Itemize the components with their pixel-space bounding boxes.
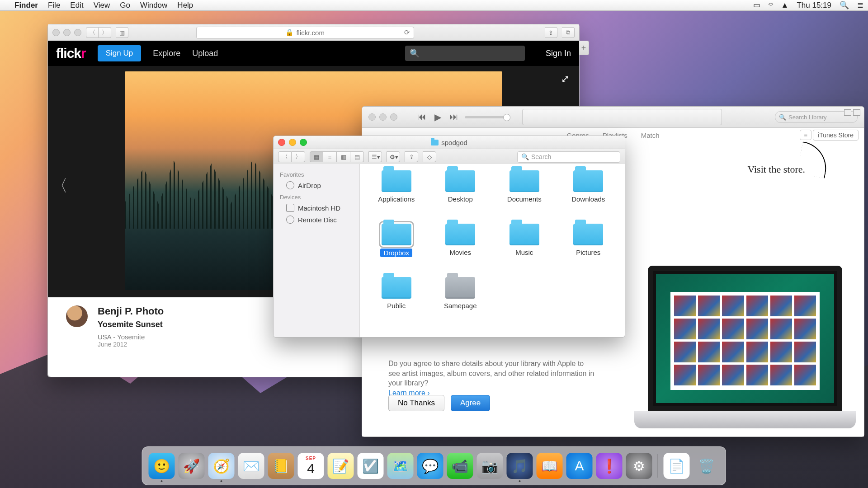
itunes-agree-button[interactable]: Agree bbox=[451, 395, 490, 411]
volume-slider[interactable] bbox=[465, 116, 508, 118]
finder-arrange-button[interactable]: ☰▾ bbox=[368, 151, 382, 162]
finder-back-button[interactable]: 〈 bbox=[278, 151, 292, 162]
folder-pictures[interactable]: Pictures bbox=[573, 224, 603, 277]
dock-finder-icon[interactable]: 🙂 bbox=[149, 453, 175, 479]
volume-icon[interactable]: ▲ bbox=[781, 1, 789, 10]
folder-public[interactable]: Public bbox=[382, 277, 411, 330]
finder-view-columns-button[interactable]: ▥ bbox=[337, 151, 350, 162]
dock-contacts-icon[interactable]: 📒 bbox=[268, 453, 294, 479]
flickr-signin-link[interactable]: Sign In bbox=[546, 49, 571, 58]
photo-author[interactable]: Benji P. Photo bbox=[98, 305, 164, 317]
safari-minimize-button[interactable] bbox=[63, 29, 71, 36]
dock-trash-icon[interactable]: 🗑️ bbox=[693, 453, 720, 479]
flickr-nav-explore[interactable]: Explore bbox=[153, 49, 180, 58]
author-avatar[interactable] bbox=[66, 305, 88, 327]
dock-notes-icon[interactable]: 📝 bbox=[328, 453, 354, 479]
wifi-icon[interactable]: ⌔ bbox=[769, 1, 773, 10]
folder-documents[interactable]: Documents bbox=[507, 170, 542, 224]
finder-view-coverflow-button[interactable]: ▤ bbox=[350, 151, 364, 162]
safari-new-tab-button[interactable]: + bbox=[579, 41, 589, 55]
finder-window: spodgod 〈 〉 ▦ ≡ ▥ ▤ ☰▾ ⚙▾ ⇪ ◇ 🔍 Search F… bbox=[273, 136, 625, 338]
folder-downloads[interactable]: Downloads bbox=[571, 170, 605, 224]
finder-search-input[interactable]: 🔍 Search bbox=[517, 151, 620, 163]
expand-icon[interactable]: ⤢ bbox=[561, 73, 569, 85]
sidebar-item-macintosh-hd[interactable]: Macintosh HD bbox=[274, 202, 359, 214]
dock-launchpad-icon[interactable]: 🚀 bbox=[179, 453, 205, 479]
folder-applications[interactable]: Applications bbox=[378, 170, 415, 224]
safari-address-bar[interactable]: 🔒 flickr.com ⟳ bbox=[196, 27, 414, 39]
itunes-store-button[interactable]: iTunes Store bbox=[813, 130, 859, 141]
menu-edit[interactable]: Edit bbox=[70, 1, 83, 10]
folder-music[interactable]: Music bbox=[509, 224, 539, 277]
flickr-nav-upload[interactable]: Upload bbox=[192, 49, 218, 58]
itunes-fullscreen-button[interactable] bbox=[853, 109, 860, 116]
rewind-icon[interactable]: ⏮ bbox=[417, 112, 426, 122]
menu-file[interactable]: File bbox=[48, 1, 60, 10]
finder-action-button[interactable]: ⚙▾ bbox=[387, 151, 400, 162]
dock-document-icon[interactable]: 📄 bbox=[664, 453, 690, 479]
dock-photobooth-icon[interactable]: 📷 bbox=[477, 453, 503, 479]
itunes-tab-match[interactable]: Match bbox=[641, 131, 660, 139]
safari-toolbar: 〈 〉 ▥ 🔒 flickr.com ⟳ ⇪ ⧉ bbox=[48, 24, 579, 41]
airplay-icon[interactable]: ▭ bbox=[753, 0, 760, 10]
dock-facetime-icon[interactable]: 📹 bbox=[447, 453, 473, 479]
safari-forward-button[interactable]: 〉 bbox=[99, 27, 111, 38]
dock-feedback-icon[interactable]: ❗ bbox=[596, 453, 623, 479]
dock-preferences-icon[interactable]: ⚙︎ bbox=[626, 453, 652, 479]
flickr-search-input[interactable]: 🔍 bbox=[405, 46, 525, 61]
flickr-signup-button[interactable]: Sign Up bbox=[98, 45, 141, 61]
finder-view-icons-button[interactable]: ▦ bbox=[310, 151, 323, 162]
itunes-miniplayer-button[interactable] bbox=[844, 109, 851, 116]
finder-minimize-button[interactable] bbox=[289, 139, 296, 146]
dock-ibooks-icon[interactable]: 📖 bbox=[537, 453, 563, 479]
folder-icon bbox=[382, 170, 411, 192]
menu-window[interactable]: Window bbox=[140, 1, 167, 10]
safari-zoom-button[interactable] bbox=[74, 29, 81, 36]
folder-samepage[interactable]: Samepage bbox=[444, 277, 477, 330]
finder-share-button[interactable]: ⇪ bbox=[405, 151, 418, 162]
sidebar-item-airdrop[interactable]: AirDrop bbox=[274, 179, 359, 191]
dock-reminders-icon[interactable]: ☑️ bbox=[358, 453, 384, 479]
folder-label: Samepage bbox=[444, 302, 477, 310]
safari-close-button[interactable] bbox=[52, 29, 60, 36]
finder-zoom-button[interactable] bbox=[300, 139, 307, 146]
reload-icon[interactable]: ⟳ bbox=[404, 28, 410, 37]
sidebar-item-remote-disc[interactable]: Remote Disc bbox=[274, 214, 359, 225]
menubar-clock[interactable]: Thu 15:19 bbox=[797, 1, 831, 10]
safari-sidebar-button[interactable]: ▥ bbox=[116, 27, 128, 38]
prev-photo-icon[interactable]: 〈 bbox=[52, 175, 68, 197]
folder-desktop[interactable]: Desktop bbox=[445, 170, 475, 224]
dock-mail-icon[interactable]: ✉️ bbox=[238, 453, 264, 479]
itunes-no-thanks-button[interactable]: No Thanks bbox=[388, 395, 444, 411]
finder-titlebar[interactable]: spodgod bbox=[274, 136, 625, 149]
itunes-minimize-button[interactable] bbox=[379, 113, 387, 121]
finder-close-button[interactable] bbox=[278, 139, 285, 146]
spotlight-icon[interactable]: 🔍 bbox=[840, 0, 849, 10]
dock-calendar-icon[interactable]: SEP4 bbox=[298, 453, 324, 479]
photo-location: USA - Yosemite bbox=[98, 333, 164, 341]
finder-forward-button[interactable]: 〉 bbox=[292, 151, 305, 162]
safari-share-button[interactable]: ⇪ bbox=[545, 27, 557, 38]
dock-appstore-icon[interactable]: A bbox=[566, 453, 593, 479]
safari-tabs-button[interactable]: ⧉ bbox=[562, 27, 575, 38]
folder-dropbox[interactable]: Dropbox bbox=[380, 224, 412, 277]
folder-movies[interactable]: Movies bbox=[445, 224, 475, 277]
itunes-close-button[interactable] bbox=[368, 113, 376, 121]
finder-tags-button[interactable]: ◇ bbox=[423, 151, 436, 162]
dock-maps-icon[interactable]: 🗺️ bbox=[387, 453, 414, 479]
menu-go[interactable]: Go bbox=[120, 1, 130, 10]
finder-view-list-button[interactable]: ≡ bbox=[323, 151, 337, 162]
menu-view[interactable]: View bbox=[94, 1, 110, 10]
dock-safari-icon[interactable]: 🧭 bbox=[208, 453, 235, 479]
dock-itunes-icon[interactable]: 🎵 bbox=[507, 453, 533, 479]
menu-help[interactable]: Help bbox=[177, 1, 193, 10]
notification-center-icon[interactable]: ≣ bbox=[857, 0, 863, 10]
safari-back-button[interactable]: 〈 bbox=[86, 27, 99, 38]
flickr-logo[interactable]: flickr bbox=[56, 46, 86, 61]
itunes-zoom-button[interactable] bbox=[390, 113, 397, 121]
fastforward-icon[interactable]: ⏭ bbox=[449, 112, 458, 122]
menubar-app-name[interactable]: Finder bbox=[14, 1, 38, 10]
itunes-list-button[interactable]: ≡ bbox=[800, 130, 811, 140]
play-icon[interactable]: ▶ bbox=[434, 112, 441, 122]
dock-messages-icon[interactable]: 💬 bbox=[417, 453, 443, 479]
